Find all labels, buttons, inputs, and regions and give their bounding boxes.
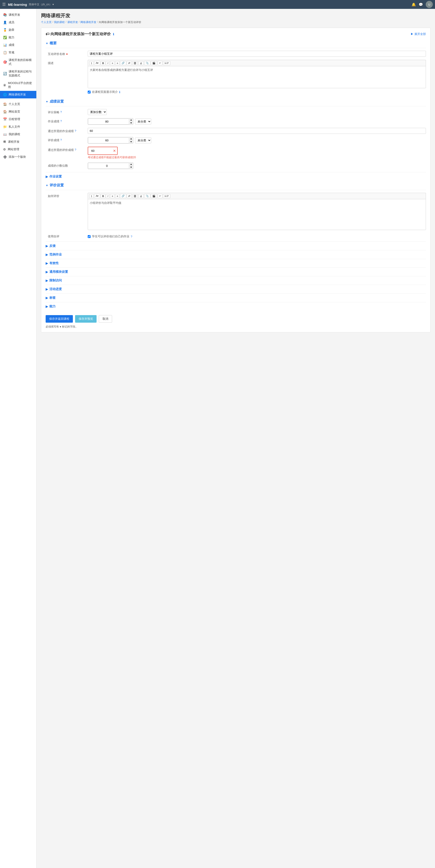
toolbar-btn-ul[interactable]: ≡ (110, 61, 114, 65)
avatar[interactable]: U (426, 1, 433, 8)
toolbar-btn-undo[interactable]: ↩ (158, 61, 163, 65)
toolbar-btn-1[interactable]: 1 (89, 61, 94, 65)
sidebar-item-grade[interactable]: 📊 成绩 (0, 41, 36, 49)
self-eval-help-icon[interactable]: ? (131, 235, 132, 238)
show-summary-help[interactable]: ℹ (119, 90, 120, 94)
sidebar-item-course-develop[interactable]: 🛠 课程开发 (0, 138, 36, 146)
assignment-grade-help-icon[interactable]: ? (60, 119, 62, 123)
sidebar-item-private-file[interactable]: 📁 私人文件 (0, 123, 36, 130)
how-toolbar-bold[interactable]: B (101, 194, 105, 198)
sidebar-item-norm[interactable]: 📋 常规 (0, 49, 36, 56)
assignment-grade-category[interactable]: 未分类 (135, 119, 151, 125)
sidebar-item-my-course[interactable]: 📖 我的课程 (0, 130, 36, 138)
toolbar-btn-image[interactable]: 🖼 (132, 61, 138, 65)
how-toolbar-attach[interactable]: 📎 (144, 194, 150, 198)
sidebar-item-process-mode[interactable]: 🔄 课程开发的过程与实践模式 (0, 68, 36, 79)
sidebar-item-course-dev[interactable]: 📚 课程开发 (0, 11, 36, 19)
toolbar-btn-italic[interactable]: I (106, 61, 110, 65)
sidebar-item-competence[interactable]: ✅ 能力 (0, 34, 36, 41)
stepper-down[interactable]: ▼ (129, 121, 133, 125)
form-help-icon[interactable]: ℹ (113, 33, 114, 36)
decimal-stepper-up[interactable]: ▲ (129, 163, 133, 166)
bell-icon[interactable]: 🔔 (411, 2, 416, 7)
sidebar-item-add-block[interactable]: ➕ 添加一个版块 (0, 153, 36, 161)
breadcrumb-my-course[interactable]: 我的课程 (54, 21, 65, 24)
breadcrumb-home[interactable]: 个人主页 (41, 21, 52, 24)
sidebar-item-calendar[interactable]: 📅 日程管理 (0, 116, 36, 123)
expand-all-link[interactable]: ▶ 展开全部 (411, 32, 426, 36)
sidebar-item-site-admin[interactable]: ⚙ 网站管理 (0, 146, 36, 153)
section-eval-header[interactable]: ▼ 评价设置 (46, 181, 426, 190)
restrict-access-header[interactable]: ▶ 限制访问 (46, 279, 426, 282)
desc-editor[interactable]: 大家对各自组形成的课程方案进行自评与小组互评 (88, 66, 426, 88)
eval-stepper-up[interactable]: ▲ (129, 137, 133, 140)
decimal-stepper-down[interactable]: ▼ (129, 166, 133, 169)
sidebar-item-badge[interactable]: 🏅 勋章 (0, 26, 36, 34)
pass-assignment-input[interactable] (88, 128, 426, 134)
pass-eval-help-icon[interactable]: ? (75, 148, 76, 151)
sidebar-item-net-course[interactable]: 🌐 网络课程开发 (0, 91, 36, 98)
section-overview-header[interactable]: ▼ 概要 (46, 39, 426, 48)
common-module-header[interactable]: ▶ 通用模块设置 (46, 270, 426, 274)
how-toolbar-video[interactable]: 🎬 (151, 194, 157, 198)
pass-assignment-help-icon[interactable]: ? (75, 129, 76, 132)
toolbar-btn-print[interactable]: 🖨 (138, 61, 144, 65)
how-toolbar-print[interactable]: 🖨 (138, 194, 144, 198)
how-toolbar-image[interactable]: 🖼 (132, 194, 138, 198)
how-toolbar-ol[interactable]: ≡ (115, 194, 120, 198)
menu-icon[interactable]: ☰ (2, 2, 6, 7)
sidebar-item-moodle[interactable]: 🖥 MOODLE平台的使用 (0, 79, 36, 91)
breadcrumb-course-dev[interactable]: 课程开发 (67, 21, 78, 24)
self-eval-checkbox[interactable] (88, 235, 91, 238)
eval-grade-help-icon[interactable]: ? (60, 138, 62, 142)
sidebar-item-members[interactable]: 👤 成员 (0, 19, 36, 26)
cancel-button[interactable]: 取消 (99, 315, 112, 323)
how-toolbar-1[interactable]: 1 (89, 194, 94, 198)
how-toolbar-undo[interactable]: ↩ (158, 194, 163, 198)
sidebar-item-target-mode[interactable]: 🎯 课程开发的目标模式 (0, 56, 36, 68)
how-editor[interactable]: 小组评价与自评取平均值 (88, 199, 426, 230)
how-toolbar-ul[interactable]: ≡ (110, 194, 114, 198)
toolbar-btn-bold[interactable]: B (101, 61, 105, 65)
capability-header[interactable]: ▶ 能力 (46, 305, 426, 308)
assignment-settings-header[interactable]: ▶ 作业设置 (46, 175, 426, 179)
toolbar-btn-ol[interactable]: ≡ (115, 61, 120, 65)
tags-header[interactable]: ▶ 标签 (46, 296, 426, 300)
section-grade-header[interactable]: ▼ 成绩设置 (46, 97, 426, 106)
how-toolbar-a[interactable]: A▾ (94, 194, 100, 198)
sample-work-header[interactable]: ▶ 范例作业 (46, 253, 426, 257)
lang-selector[interactable]: 简体中文（zh_cn） ▾ (29, 3, 54, 6)
strategy-select[interactable]: 累加分数 (88, 109, 107, 115)
toolbar-btn-link[interactable]: 🔗 (120, 61, 126, 65)
toolbar-btn-a[interactable]: A▾ (94, 61, 100, 65)
toolbar-btn-hp[interactable]: H·P (163, 61, 170, 65)
toolbar-btn-attach[interactable]: 📎 (144, 61, 150, 65)
strategy-help-icon[interactable]: ? (60, 111, 62, 114)
tags-title: 标签 (49, 296, 56, 300)
chat-icon[interactable]: 💬 (419, 2, 423, 7)
how-toolbar-unlink[interactable]: ⇄ (127, 194, 132, 198)
how-toolbar-link[interactable]: 🔗 (120, 194, 126, 198)
activity-progress-header[interactable]: ▶ 活动进度 (46, 287, 426, 291)
show-summary-checkbox[interactable] (88, 91, 91, 94)
breadcrumb-net-course[interactable]: 网络课程开发 (80, 21, 96, 24)
eval-grade-input[interactable] (88, 137, 129, 143)
how-toolbar-italic[interactable]: I (106, 194, 110, 198)
sidebar-item-my-home[interactable]: 🏠 个人主页 (0, 100, 36, 108)
eval-stepper-down[interactable]: ▼ (129, 140, 133, 143)
sidebar-item-site-home[interactable]: 🏠 网站首页 (0, 108, 36, 116)
name-input[interactable] (88, 51, 426, 57)
save-return-button[interactable]: 保存并返回课程 (46, 315, 73, 323)
decimal-input[interactable] (88, 163, 129, 169)
validity-header[interactable]: ▶ 有效性 (46, 261, 426, 265)
how-toolbar-hp[interactable]: H·P (163, 194, 170, 198)
pass-eval-clear-btn[interactable]: ✕ (113, 149, 116, 153)
save-preview-button[interactable]: 保存并预览 (75, 315, 97, 323)
toolbar-btn-unlink[interactable]: ⇄ (127, 61, 132, 65)
eval-grade-category[interactable]: 未分类 (135, 137, 151, 143)
pass-eval-input[interactable] (90, 148, 112, 154)
stepper-up[interactable]: ▲ (129, 118, 133, 121)
assignment-grade-input[interactable] (88, 119, 129, 125)
toolbar-btn-video[interactable]: 🎬 (151, 61, 157, 65)
feedback-header[interactable]: ▶ 反馈 (46, 244, 426, 248)
